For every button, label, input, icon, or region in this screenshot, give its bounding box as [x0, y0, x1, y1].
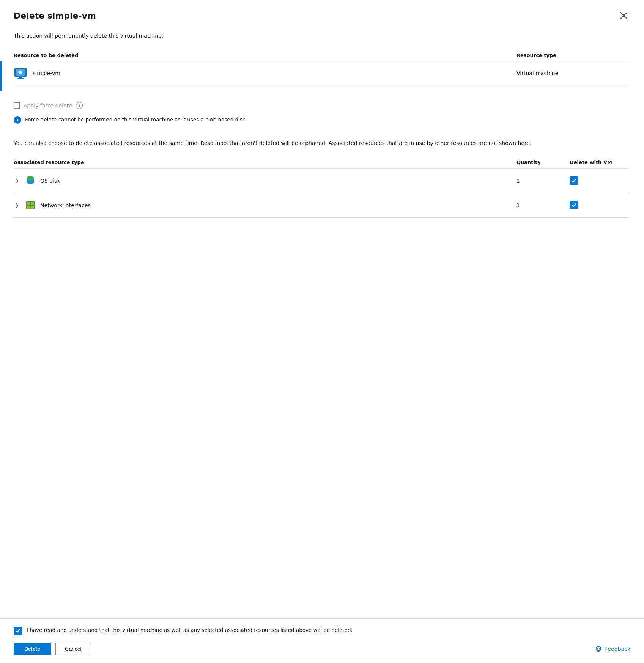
- network-delete-cell: [570, 201, 630, 209]
- confirm-text: I have read and understand that this vir…: [27, 626, 353, 634]
- vm-icon: [14, 68, 27, 79]
- assoc-col3-header: Delete with VM: [570, 159, 630, 165]
- network-icon: [25, 200, 36, 211]
- svg-rect-15: [27, 202, 30, 205]
- network-quantity: 1: [516, 202, 570, 208]
- svg-point-21: [596, 646, 601, 651]
- delete-button[interactable]: Delete: [14, 643, 51, 655]
- network-name: Network interfaces: [40, 202, 91, 208]
- network-delete-checkbox[interactable]: [570, 201, 578, 209]
- feedback-link[interactable]: Feedback: [595, 646, 630, 652]
- table-row: ❯ Network interfaces: [14, 193, 630, 218]
- svg-point-23: [599, 648, 600, 649]
- close-icon: [620, 12, 627, 19]
- svg-point-13: [28, 177, 33, 179]
- dialog-header: Delete simple-vm: [0, 0, 644, 28]
- info-message: i Force delete cannot be performed on th…: [14, 114, 630, 125]
- resource-type: Virtual machine: [516, 70, 630, 76]
- confirm-checkmark-icon: [15, 628, 20, 633]
- action-buttons: Delete Cancel Feedback: [14, 643, 630, 655]
- dialog-title: Delete simple-vm: [14, 11, 96, 20]
- resource-name: simple-vm: [33, 70, 60, 76]
- subtitle-text: This action will permanently delete this…: [14, 33, 630, 39]
- os-disk-name: OS disk: [40, 178, 60, 184]
- info-tooltip-icon[interactable]: i: [76, 102, 83, 109]
- svg-rect-3: [17, 78, 24, 79]
- svg-rect-18: [31, 206, 34, 209]
- assoc-resource-cell: ❯ OS disk: [14, 175, 516, 186]
- expand-chevron[interactable]: ❯: [14, 202, 20, 209]
- table-row: simple-vm Virtual machine: [14, 61, 630, 85]
- dialog-footer: I have read and understand that this vir…: [0, 618, 644, 663]
- description-text: You can also choose to delete associated…: [14, 139, 630, 147]
- col-type-header: Resource type: [516, 52, 630, 58]
- feedback-text: Feedback: [605, 646, 630, 652]
- assoc-col1-header: Associated resource type: [14, 159, 516, 165]
- feedback-icon: [595, 646, 602, 652]
- checkmark-icon: [571, 178, 576, 183]
- svg-rect-20: [26, 205, 35, 206]
- assoc-table-header: Associated resource type Quantity Delete…: [14, 156, 630, 169]
- os-disk-delete-cell: [570, 176, 630, 185]
- os-disk-delete-checkbox[interactable]: [570, 176, 578, 185]
- left-buttons: Delete Cancel: [14, 643, 91, 655]
- delete-dialog: Delete simple-vm This action will perman…: [0, 0, 644, 663]
- resources-table-header: Resource to be deleted Resource type: [14, 49, 630, 61]
- resource-cell: simple-vm: [14, 68, 516, 79]
- close-button[interactable]: [617, 11, 630, 20]
- svg-rect-6: [17, 72, 20, 73]
- confirm-row: I have read and understand that this vir…: [14, 626, 630, 635]
- force-delete-text: Apply force delete: [24, 102, 72, 109]
- assoc-resource-cell: ❯ Network interfaces: [14, 200, 516, 211]
- force-delete-section: Apply force delete i i Force delete cann…: [14, 96, 630, 131]
- svg-rect-16: [31, 202, 34, 205]
- cancel-button[interactable]: Cancel: [55, 643, 91, 655]
- checkmark-icon: [571, 203, 576, 208]
- force-delete-checkbox[interactable]: [14, 102, 20, 109]
- svg-rect-5: [17, 71, 20, 72]
- accent-bar: [0, 61, 2, 91]
- dialog-content: This action will permanently delete this…: [0, 28, 644, 618]
- associated-table: Associated resource type Quantity Delete…: [14, 156, 630, 218]
- info-blue-icon: i: [14, 116, 21, 124]
- col-resource-header: Resource to be deleted: [14, 52, 516, 58]
- expand-chevron[interactable]: ❯: [14, 177, 20, 184]
- svg-point-22: [597, 648, 598, 649]
- confirm-checkbox[interactable]: [14, 627, 22, 635]
- os-disk-icon: [25, 175, 36, 186]
- os-disk-quantity: 1: [516, 178, 570, 184]
- svg-rect-17: [27, 206, 30, 209]
- info-message-text: Force delete cannot be performed on this…: [25, 116, 247, 123]
- resources-table: Resource to be deleted Resource type: [14, 49, 630, 85]
- assoc-col2-header: Quantity: [516, 159, 570, 165]
- table-row: ❯ OS disk: [14, 169, 630, 193]
- force-delete-label[interactable]: Apply force delete i: [14, 102, 630, 109]
